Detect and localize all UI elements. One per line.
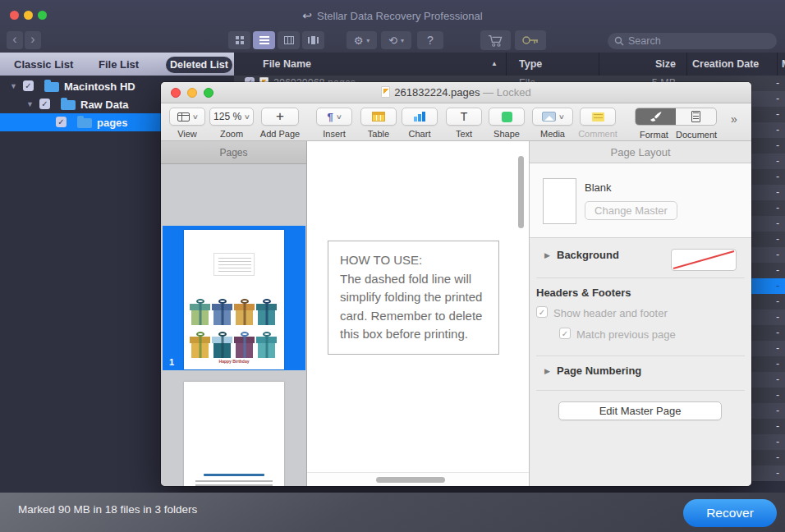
gift-grid xyxy=(190,299,278,360)
textbox-line: The dashed fold line will xyxy=(340,270,498,289)
headers-footers-label: Headers & Footers xyxy=(536,287,631,299)
cell-dash: - xyxy=(772,405,783,416)
settings-menu-button[interactable]: ⚙▾ xyxy=(347,31,377,49)
zoom-dropdown[interactable]: 125 %∨ xyxy=(209,108,254,126)
edit-master-page-button[interactable]: Edit Master Page xyxy=(558,401,722,420)
toolbar-overflow-icon[interactable]: » xyxy=(731,112,736,126)
cell-dash: - xyxy=(772,93,783,104)
comment-button[interactable] xyxy=(580,108,616,126)
insert-menu-button[interactable]: ¶∨ xyxy=(316,108,352,126)
title-bar: ↩Stellar Data Recovery Professional ‹ › … xyxy=(0,0,785,53)
master-page-thumbnail[interactable] xyxy=(543,178,576,224)
column-header-partial[interactable]: M xyxy=(782,58,785,70)
text-label: Text xyxy=(456,129,472,139)
column-header-type[interactable]: Type xyxy=(519,58,542,70)
back-button[interactable]: ‹ xyxy=(7,31,23,49)
status-bar: Marked 90 MB in 18 files in 3 folders Re… xyxy=(0,493,785,532)
gift-icon xyxy=(212,332,232,358)
column-divider[interactable] xyxy=(777,53,778,76)
grid-view-button[interactable] xyxy=(228,31,250,49)
plus-icon: + xyxy=(276,109,284,125)
how-to-use-textbox[interactable]: HOW TO USE: The dashed fold line will si… xyxy=(328,241,499,355)
tree-checkbox[interactable]: ✓ xyxy=(23,80,34,91)
tree-expand-icon[interactable]: ▼ xyxy=(10,82,17,90)
coverflow-view-icon xyxy=(308,36,319,44)
tree-checkbox[interactable]: ✓ xyxy=(56,117,67,127)
page-caption: Happy Birthday xyxy=(184,359,284,364)
vertical-scrollbar-thumb[interactable] xyxy=(518,156,524,228)
show-header-checkbox[interactable]: ✓ xyxy=(536,306,548,318)
format-label: Format xyxy=(640,130,668,140)
cell-dash: - xyxy=(772,342,783,354)
master-name: Blank xyxy=(585,181,612,194)
paintbrush-icon xyxy=(649,111,663,123)
background-color-well[interactable] xyxy=(671,249,737,271)
chart-icon xyxy=(414,112,425,122)
column-view-button[interactable] xyxy=(278,31,300,49)
search-input[interactable] xyxy=(628,35,770,47)
activation-button[interactable] xyxy=(515,30,546,50)
page-1-thumbnail[interactable]: Happy Birthday xyxy=(184,230,284,369)
column-header-creation-date[interactable]: Creation Date xyxy=(692,58,759,70)
column-divider[interactable] xyxy=(686,53,687,76)
dropdown-arrow-icon: ▾ xyxy=(401,37,404,44)
tab-file-list[interactable]: File List xyxy=(99,58,139,71)
change-master-button[interactable]: Change Master xyxy=(585,201,677,220)
chart-label: Chart xyxy=(409,129,431,139)
resume-recovery-button[interactable]: ⟲▾ xyxy=(381,31,411,49)
search-field[interactable] xyxy=(608,33,777,49)
document-tab[interactable] xyxy=(676,108,716,125)
view-menu-button[interactable]: ∨ xyxy=(169,108,205,126)
page2-heading-line xyxy=(204,474,264,476)
thumbnail-textbox xyxy=(213,253,255,276)
cell-dash: - xyxy=(772,420,783,432)
media-menu-button[interactable]: ∨ xyxy=(532,108,573,126)
cell-dash: - xyxy=(772,202,783,213)
pages-panel-header: Pages xyxy=(161,141,306,164)
help-button[interactable]: ? xyxy=(417,31,443,49)
tab-classic-list[interactable]: Classic List xyxy=(14,58,73,71)
shape-insert-button[interactable] xyxy=(489,108,525,126)
cell-dash: - xyxy=(772,140,783,151)
show-header-label: Show header and footer xyxy=(553,307,668,319)
forward-button[interactable]: › xyxy=(25,31,41,49)
match-previous-checkbox[interactable]: ✓ xyxy=(559,328,571,339)
page-2-thumbnail[interactable] xyxy=(184,382,284,486)
cell-dash: - xyxy=(772,155,783,167)
coverflow-view-button[interactable] xyxy=(302,31,324,49)
zoom-label: Zoom xyxy=(220,129,243,139)
cell-dash: - xyxy=(772,358,783,369)
format-tab[interactable] xyxy=(636,108,676,125)
chart-insert-button[interactable] xyxy=(402,108,438,126)
table-insert-button[interactable] xyxy=(360,108,397,126)
background-disclosure-icon[interactable]: ▶ xyxy=(544,251,550,259)
match-previous-label: Match previous page xyxy=(576,328,676,341)
shape-label: Shape xyxy=(493,129,520,139)
media-icon xyxy=(542,112,556,122)
table-icon xyxy=(372,112,385,122)
text-insert-button[interactable]: T xyxy=(446,108,482,126)
horizontal-scrollbar-thumb[interactable] xyxy=(376,477,445,483)
recover-button[interactable]: Recover xyxy=(683,499,777,527)
search-icon xyxy=(614,36,624,46)
document-icon xyxy=(691,111,700,122)
tree-checkbox[interactable]: ✓ xyxy=(39,99,50,109)
buy-button[interactable] xyxy=(480,30,511,50)
cell-dash: - xyxy=(772,249,783,260)
column-divider[interactable] xyxy=(506,53,507,76)
column-view-icon xyxy=(284,36,294,44)
cell-dash: - xyxy=(772,467,783,479)
grid-view-icon xyxy=(236,36,244,44)
page-numbering-disclosure-icon[interactable]: ▶ xyxy=(544,367,550,375)
page-numbering-label: Page Numbering xyxy=(557,365,641,377)
tree-expand-icon[interactable]: ▼ xyxy=(26,100,34,108)
add-page-button[interactable]: + xyxy=(261,108,299,126)
tab-deleted-list[interactable]: Deleted List xyxy=(166,57,232,73)
list-view-button[interactable] xyxy=(253,31,275,49)
history-icon: ⟲ xyxy=(388,34,397,47)
column-header-file-name[interactable]: File Name xyxy=(263,58,311,70)
column-header-size[interactable]: Size xyxy=(599,58,676,70)
app-window: ↩Stellar Data Recovery Professional ‹ › … xyxy=(0,0,785,532)
document-canvas[interactable]: HOW TO USE: The dashed fold line will si… xyxy=(307,141,530,486)
cell-dash: - xyxy=(772,296,783,307)
